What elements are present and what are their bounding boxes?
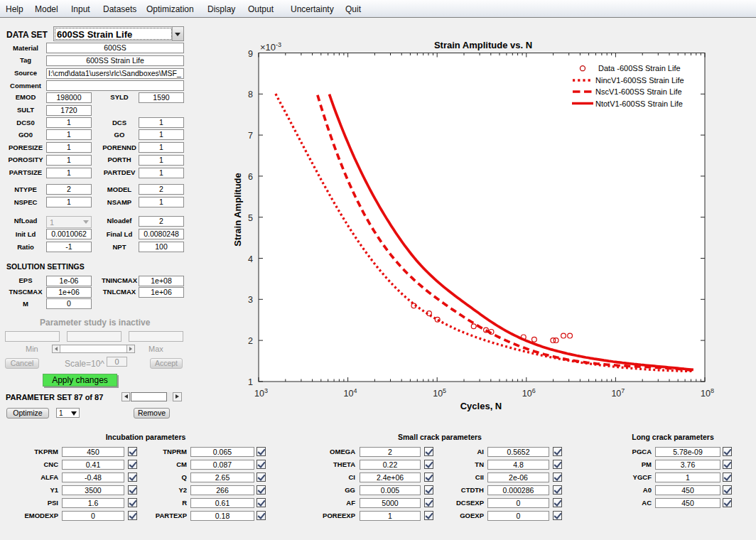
svg-text:2: 2 [248, 336, 253, 346]
svg-text:107: 107 [611, 387, 625, 399]
svg-text:NscV1-600SS Strain Life: NscV1-600SS Strain Life [595, 87, 682, 96]
svg-text:Strain Amplitude vs. N: Strain Amplitude vs. N [434, 40, 532, 50]
svg-text:5: 5 [248, 213, 253, 223]
svg-text:7: 7 [248, 131, 253, 141]
svg-text:108: 108 [701, 387, 714, 399]
svg-text:9: 9 [248, 49, 253, 59]
svg-text:NincV1-600SS Strain Life: NincV1-600SS Strain Life [595, 76, 684, 85]
svg-text:4: 4 [248, 254, 253, 264]
svg-text:103: 103 [254, 387, 268, 399]
svg-text:1: 1 [248, 377, 253, 387]
svg-text:Data -600SS Strain Life: Data -600SS Strain Life [598, 64, 681, 72]
svg-text:105: 105 [433, 387, 446, 399]
svg-text:6: 6 [248, 172, 253, 182]
svg-text:Cycles, N: Cycles, N [460, 401, 502, 411]
svg-text:104: 104 [344, 387, 357, 399]
svg-text:3: 3 [248, 295, 253, 305]
svg-text:Strain Amplitude: Strain Amplitude [232, 173, 243, 247]
svg-text:NtotV1-600SS Strain Life: NtotV1-600SS Strain Life [595, 99, 683, 108]
svg-text:×10-3: ×10-3 [260, 41, 281, 53]
svg-text:106: 106 [522, 387, 536, 399]
svg-text:8: 8 [248, 90, 253, 99]
